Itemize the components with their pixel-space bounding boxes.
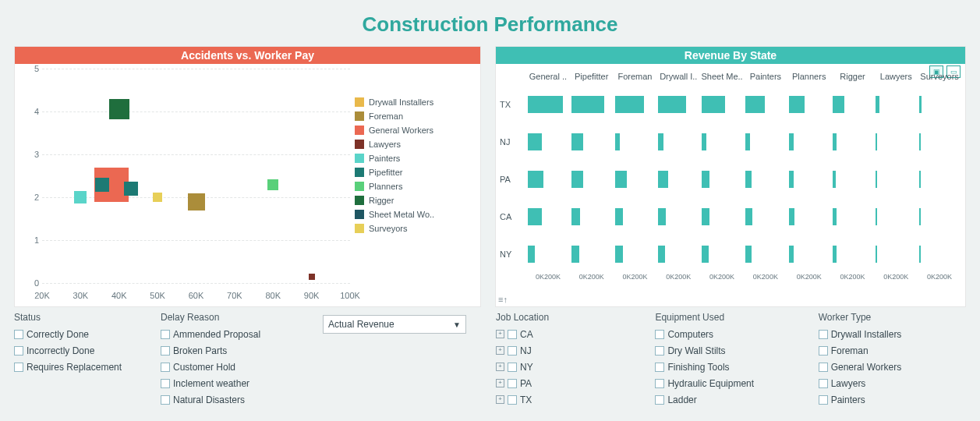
bar-cell[interactable] (744, 130, 787, 154)
legend-item[interactable]: Pipefitter (355, 165, 476, 179)
expand-icon[interactable]: + (496, 330, 504, 338)
legend-item[interactable]: Planners (355, 179, 476, 193)
filter-item[interactable]: Computers (655, 326, 804, 342)
checkbox[interactable] (508, 363, 517, 372)
checkbox[interactable] (508, 395, 517, 405)
bar-cell[interactable] (526, 205, 570, 228)
checkbox[interactable] (655, 346, 664, 356)
filter-item[interactable]: Correctly Done (14, 326, 147, 342)
filter-item[interactable]: Dry Wall Stilts (655, 342, 804, 359)
column-header[interactable]: Drywall I.. (656, 72, 700, 86)
scatter-point[interactable] (188, 193, 205, 210)
bar-cell[interactable] (614, 130, 657, 154)
filter-item[interactable]: +PA (496, 375, 641, 391)
legend-item[interactable]: Sheet Metal Wo.. (355, 207, 476, 221)
bar-cell[interactable] (700, 205, 744, 228)
state-label[interactable]: NJ (500, 137, 526, 147)
checkbox[interactable] (161, 395, 170, 405)
bar-cell[interactable] (614, 168, 657, 191)
checkbox[interactable] (14, 346, 23, 356)
filter-item[interactable]: +TX (496, 391, 641, 408)
filter-item[interactable]: Painters (819, 391, 968, 408)
checkbox[interactable] (655, 330, 664, 339)
column-header[interactable]: Lawyers (874, 72, 918, 86)
bar-cell[interactable] (787, 168, 831, 191)
checkbox[interactable] (161, 379, 170, 388)
checkbox[interactable] (819, 379, 828, 388)
state-label[interactable]: TX (500, 100, 526, 109)
scatter-point[interactable] (309, 274, 315, 280)
bar-cell[interactable] (874, 242, 918, 266)
bar-cell[interactable] (874, 130, 918, 154)
checkbox[interactable] (819, 346, 828, 356)
column-header[interactable]: General .. (526, 72, 570, 86)
legend-item[interactable]: Rigger (355, 193, 476, 207)
bar-cell[interactable] (656, 242, 700, 266)
scatter-point[interactable] (267, 179, 278, 190)
filter-item[interactable]: Drywall Installers (819, 326, 968, 342)
bar-cell[interactable] (656, 168, 700, 191)
filter-item[interactable]: Requires Replacement (14, 359, 147, 375)
bar-cell[interactable] (874, 205, 918, 228)
bar-cell[interactable] (831, 168, 875, 191)
filter-item[interactable]: Finishing Tools (655, 359, 804, 375)
bar-cell[interactable] (656, 93, 700, 116)
filter-item[interactable]: Hydraulic Equipment (655, 375, 804, 391)
checkbox[interactable] (655, 363, 664, 372)
bar-cell[interactable] (787, 205, 831, 228)
bar-cell[interactable] (570, 130, 614, 154)
checkbox[interactable] (819, 395, 828, 405)
expand-icon[interactable]: + (496, 363, 504, 371)
bar-cell[interactable] (918, 205, 961, 228)
bar-cell[interactable] (787, 93, 831, 116)
bar-cell[interactable] (918, 93, 961, 116)
expand-icon[interactable]: + (496, 395, 504, 404)
bar-cell[interactable] (744, 242, 787, 266)
filter-item[interactable]: Lawyers (819, 375, 968, 391)
checkbox[interactable] (161, 330, 170, 339)
bar-cell[interactable] (526, 242, 570, 266)
bar-cell[interactable] (831, 242, 875, 266)
bar-cell[interactable] (570, 205, 614, 228)
bar-cell[interactable] (656, 205, 700, 228)
bar-cell[interactable] (526, 93, 570, 116)
column-header[interactable]: Painters (744, 72, 787, 86)
filter-item[interactable]: Foreman (819, 342, 968, 359)
bar-cell[interactable] (831, 93, 875, 116)
scatter-point[interactable] (153, 193, 162, 202)
legend-item[interactable]: Lawyers (355, 137, 476, 151)
scatter-point[interactable] (74, 191, 87, 203)
legend-item[interactable]: Drywall Installers (355, 95, 476, 109)
legend-item[interactable]: General Workers (355, 123, 476, 137)
scatter-point[interactable] (124, 182, 138, 196)
sort-indicator-icon[interactable]: ≡↑ (498, 295, 508, 304)
checkbox[interactable] (655, 395, 664, 405)
checkbox[interactable] (161, 363, 170, 372)
filter-item[interactable]: Ladder (655, 391, 804, 408)
checkbox[interactable] (14, 330, 23, 339)
filter-item[interactable]: Inclement weather (161, 375, 309, 391)
expand-icon[interactable]: + (496, 379, 504, 387)
filter-item[interactable]: Broken Parts (161, 342, 309, 359)
scatter-plot-area[interactable]: 01234520K30K40K50K60K70K80K90K100K (42, 69, 350, 283)
column-header[interactable]: Sheet Me.. (700, 72, 744, 86)
column-header[interactable]: Pipefitter (570, 72, 614, 86)
bar-cell[interactable] (918, 168, 961, 191)
bar-cell[interactable] (614, 242, 657, 266)
bar-cell[interactable] (831, 130, 875, 154)
bar-cell[interactable] (831, 205, 875, 228)
bar-cell[interactable] (656, 130, 700, 154)
checkbox[interactable] (161, 346, 170, 356)
legend-item[interactable]: Painters (355, 151, 476, 165)
checkbox[interactable] (14, 363, 23, 372)
bar-cell[interactable] (526, 130, 570, 154)
bar-cell[interactable] (918, 242, 961, 266)
filter-item[interactable]: Incorrectly Done (14, 342, 147, 359)
state-label[interactable]: NY (500, 249, 526, 259)
bar-cell[interactable] (787, 130, 831, 154)
checkbox[interactable] (508, 346, 517, 356)
filter-item[interactable]: +CA (496, 326, 641, 342)
column-header[interactable]: Foreman (614, 72, 657, 86)
bar-cell[interactable] (700, 93, 744, 116)
bar-cell[interactable] (570, 93, 614, 116)
